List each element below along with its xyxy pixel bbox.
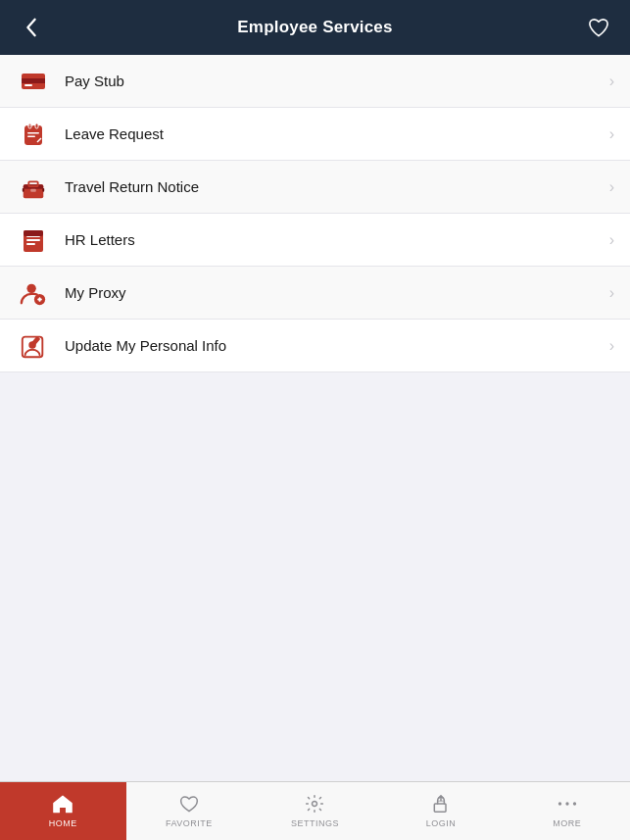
more-tab-icon [557,794,577,816]
chevron-icon: › [609,125,614,143]
leave-icon [16,117,51,152]
svg-rect-2 [24,84,32,86]
menu-item-travel-return-notice[interactable]: Travel Return Notice › [0,161,630,214]
tab-home[interactable]: HOME [0,782,126,840]
svg-rect-16 [26,243,35,245]
menu-list: Pay Stub › Leave Request › [0,55,630,372]
svg-rect-10 [23,187,24,191]
leave-request-label: Leave Request [65,125,609,142]
hr-letters-label: HR Letters [65,231,609,248]
chevron-icon: › [609,178,614,196]
svg-rect-5 [27,132,39,134]
header: Employee Services [0,0,630,55]
tab-more[interactable]: MORE [504,782,630,840]
pay-stub-label: Pay Stub [65,73,609,89]
page-title: Employee Services [237,18,392,37]
travel-return-notice-label: Travel Return Notice [65,178,609,195]
more-tab-label: MORE [553,818,581,828]
svg-rect-27 [437,801,445,802]
content-area: Pay Stub › Leave Request › [0,55,630,781]
menu-item-my-proxy[interactable]: My Proxy › [0,267,630,320]
menu-item-pay-stub[interactable]: Pay Stub › [0,55,630,108]
svg-rect-21 [39,297,41,302]
tab-login[interactable]: LOGIN [378,782,505,840]
svg-point-30 [573,802,576,805]
settings-tab-icon [305,794,324,816]
svg-point-25 [313,802,317,807]
tab-favorite[interactable]: FAVORITE [126,782,253,840]
proxy-icon [16,275,51,311]
menu-item-leave-request[interactable]: Leave Request › [0,108,630,161]
chevron-icon: › [609,337,614,355]
travel-icon [16,170,51,205]
settings-tab-label: SETTINGS [291,818,339,828]
menu-item-update-personal-info[interactable]: Update My Personal Info › [0,320,630,372]
update-personal-info-label: Update My Personal Info [65,337,609,354]
tab-settings[interactable]: SETTINGS [252,782,378,840]
hr-letters-icon [16,222,51,258]
svg-rect-4 [35,124,38,128]
svg-rect-9 [28,181,37,186]
svg-point-28 [558,802,561,805]
favorite-tab-icon [179,795,199,816]
my-proxy-label: My Proxy [65,284,609,301]
favorite-button[interactable] [583,12,614,43]
chevron-icon: › [609,284,614,302]
svg-point-29 [565,802,568,805]
chevron-icon: › [609,73,614,90]
home-icon [53,795,73,816]
home-tab-label: HOME [49,818,77,828]
svg-rect-12 [30,188,36,191]
menu-item-hr-letters[interactable]: HR Letters › [0,214,630,267]
chevron-icon: › [609,231,614,249]
svg-point-18 [26,283,35,292]
svg-rect-26 [434,804,446,812]
favorite-tab-label: FAVORITE [166,818,213,828]
paystub-icon [16,64,51,99]
tab-bar: HOME FAVORITE SETTINGS [0,781,630,840]
svg-rect-6 [27,135,35,137]
svg-rect-1 [22,78,45,83]
svg-rect-11 [42,187,44,191]
back-button[interactable] [16,12,47,43]
personal-info-icon [16,328,51,364]
svg-rect-17 [24,230,43,236]
login-tab-icon [431,794,451,816]
svg-rect-15 [26,239,40,241]
login-tab-label: LOGIN [426,818,457,828]
